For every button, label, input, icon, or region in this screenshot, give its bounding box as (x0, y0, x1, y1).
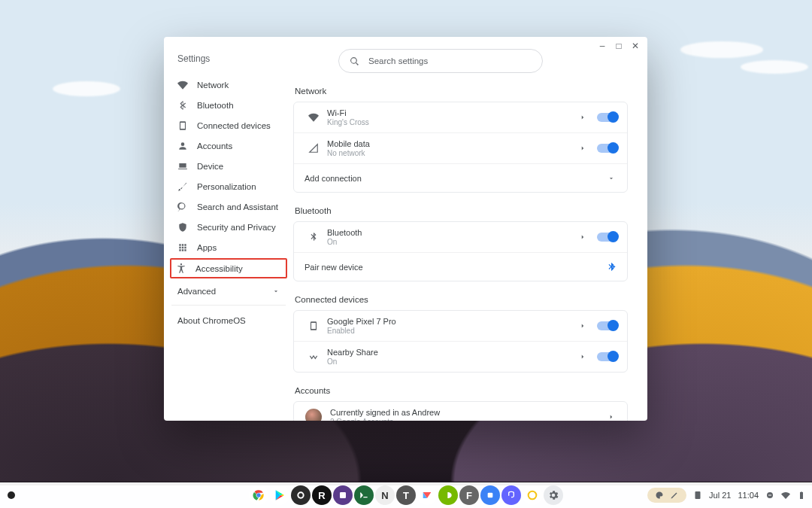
row-label: Mobile data (327, 139, 370, 148)
settings-main[interactable]: Search settings Network Wi-Fi King's Cro… (292, 37, 647, 421)
svg-rect-4 (340, 492, 346, 498)
sidebar-item-device[interactable]: Device (171, 156, 286, 176)
notification-dnd-icon[interactable] (765, 491, 774, 500)
sidebar-item-network[interactable]: Network (171, 75, 286, 95)
row-label: Google Pixel 7 Pro (327, 317, 396, 326)
palette-icon (655, 491, 664, 500)
sidebar-item-connected-devices[interactable]: Connected devices (171, 115, 286, 135)
sidebar-item-accounts[interactable]: Accounts (171, 135, 286, 156)
app-shelf-4[interactable]: R (312, 485, 332, 505)
bluetooth-toggle[interactable] (597, 233, 617, 242)
avatar (304, 409, 323, 421)
app-shelf-8[interactable]: T (396, 485, 416, 505)
brush-icon (177, 181, 188, 192)
sidebar-label: Connected devices (197, 121, 271, 130)
battery-tray-icon[interactable] (797, 491, 806, 500)
app-mastodon[interactable] (501, 485, 521, 505)
app-shelf-14[interactable] (523, 485, 542, 505)
phone-icon (177, 120, 188, 131)
about-label: About ChromeOS (177, 316, 246, 325)
pen-icon (670, 491, 679, 500)
stylus-tools[interactable] (647, 488, 686, 503)
app-shelf-11[interactable]: F (459, 485, 479, 505)
laptop-icon (177, 161, 188, 172)
person-icon (177, 141, 188, 151)
section-network: Network Wi-Fi King's Cross (292, 87, 634, 193)
sidebar-label: Accounts (197, 141, 232, 151)
svg-rect-5 (488, 493, 493, 498)
row-bluetooth[interactable]: Bluetooth On (294, 222, 627, 252)
app-chrome[interactable] (249, 485, 268, 505)
row-mobile-data[interactable]: Mobile data No network (294, 132, 627, 163)
wifi-icon (177, 80, 188, 90)
minimize-button[interactable]: – (598, 41, 607, 50)
sidebar-item-accessibility[interactable]: Accessibility (170, 258, 287, 278)
sidebar-label: Search and Assistant (197, 202, 278, 211)
advanced-label: Advanced (177, 287, 216, 296)
chevron-down-icon (607, 175, 615, 182)
tray-time: 11:04 (738, 491, 759, 500)
row-pair-device[interactable]: Pair new device (294, 252, 627, 281)
accessibility-icon (176, 263, 186, 274)
app-shelf-3[interactable] (291, 485, 311, 505)
svg-point-3 (298, 493, 302, 497)
phone-toggle[interactable] (597, 321, 617, 330)
row-sub: On (327, 357, 378, 366)
sidebar-item-security-privacy[interactable]: Security and Privacy (171, 217, 286, 237)
row-sub: On (327, 238, 362, 246)
app-terminal[interactable] (354, 485, 374, 505)
app-shelf-5[interactable] (333, 485, 353, 505)
launcher-button[interactable] (8, 491, 15, 499)
chevron-down-icon (272, 287, 280, 295)
chevron-right-icon (579, 353, 586, 360)
row-phone[interactable]: Google Pixel 7 Pro Enabled (294, 311, 627, 341)
svg-point-1 (256, 493, 260, 497)
row-wifi[interactable]: Wi-Fi King's Cross (294, 102, 627, 132)
row-current-account[interactable]: Currently signed in as Andrew 2 Google A… (294, 402, 627, 421)
chevron-right-icon (579, 144, 586, 152)
sidebar-advanced[interactable]: Advanced (171, 279, 286, 302)
wifi-toggle[interactable] (597, 113, 617, 122)
app-notion[interactable]: N (375, 485, 395, 505)
mobile-toggle[interactable] (597, 144, 617, 153)
app-settings[interactable] (544, 485, 563, 505)
section-title: Accounts (295, 386, 628, 395)
bluetooth-pair-icon (606, 262, 617, 272)
sidebar-label: Security and Privacy (197, 223, 276, 232)
row-label: Bluetooth (327, 228, 362, 237)
search-input[interactable]: Search settings (338, 49, 543, 73)
shelf-apps: R N T F (249, 485, 563, 505)
app-nvidia[interactable] (438, 485, 458, 505)
sidebar-item-personalization[interactable]: Personalization (171, 176, 286, 196)
phone-hub-icon[interactable] (693, 491, 702, 500)
section-accounts: Accounts Currently signed in as Andrew 2… (292, 386, 634, 421)
app-shelf-9[interactable] (417, 485, 437, 505)
wifi-tray-icon[interactable] (781, 491, 790, 500)
window-controls: – □ ✕ (598, 41, 640, 50)
row-label: Nearby Share (327, 348, 378, 357)
app-play-store[interactable] (270, 485, 289, 505)
signal-icon (304, 143, 323, 154)
system-tray[interactable]: Jul 21 11:04 (647, 488, 806, 503)
sidebar-item-bluetooth[interactable]: Bluetooth (171, 95, 286, 115)
row-sub: Enabled (327, 327, 396, 335)
sidebar-label: Device (197, 162, 223, 171)
sidebar-item-apps[interactable]: Apps (171, 237, 286, 257)
row-add-connection[interactable]: Add connection (294, 163, 627, 192)
chevron-right-icon (607, 413, 615, 421)
nearby-toggle[interactable] (597, 352, 617, 361)
desktop: – □ ✕ Settings Network Bluetooth Connect… (0, 0, 812, 508)
row-sub: King's Cross (327, 118, 369, 126)
maximize-button[interactable]: □ (614, 41, 623, 50)
sidebar-about[interactable]: About ChromeOS (171, 310, 286, 331)
settings-sidebar: Settings Network Bluetooth Connected dev… (164, 37, 292, 421)
section-title: Network (295, 87, 628, 96)
close-button[interactable]: ✕ (631, 41, 640, 50)
app-shelf-12[interactable] (480, 485, 500, 505)
settings-window: – □ ✕ Settings Network Bluetooth Connect… (164, 37, 647, 421)
sidebar-item-search-assistant[interactable]: Search and Assistant (171, 196, 286, 217)
svg-point-6 (529, 491, 537, 500)
row-sub: 2 Google Accounts (330, 418, 440, 421)
svg-rect-8 (768, 495, 771, 496)
row-nearby-share[interactable]: Nearby Share On (294, 341, 627, 372)
